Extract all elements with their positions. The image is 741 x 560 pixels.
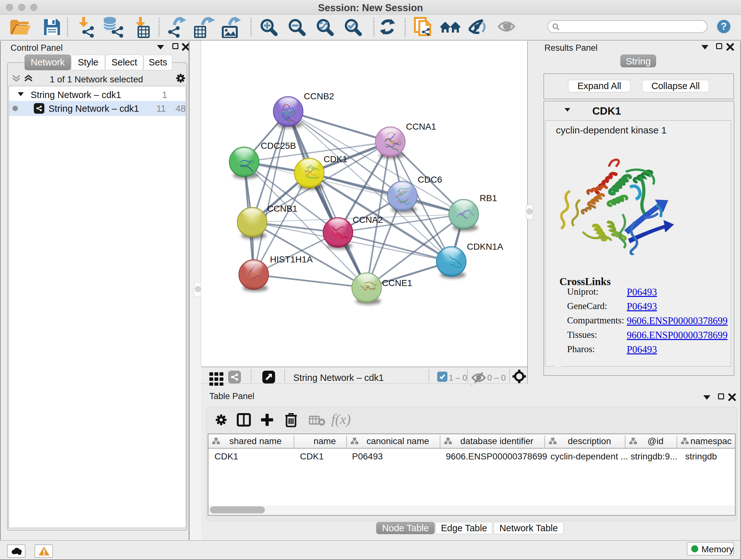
- svg-text:CDK1: CDK1: [324, 154, 347, 164]
- svg-text:CDC25B: CDC25B: [261, 141, 296, 151]
- svg-text:CCNA1: CCNA1: [406, 122, 436, 132]
- svg-text:CCNB2: CCNB2: [304, 91, 334, 101]
- svg-text:CCNE1: CCNE1: [382, 278, 412, 288]
- svg-text:CDC6: CDC6: [418, 175, 442, 185]
- svg-text:HIST1H1A: HIST1H1A: [270, 254, 313, 264]
- svg-text:CDKN1A: CDKN1A: [467, 242, 503, 252]
- svg-text:CCNA2: CCNA2: [353, 215, 383, 225]
- svg-text:RB1: RB1: [480, 193, 497, 203]
- svg-text:CCNB1: CCNB1: [267, 204, 297, 213]
